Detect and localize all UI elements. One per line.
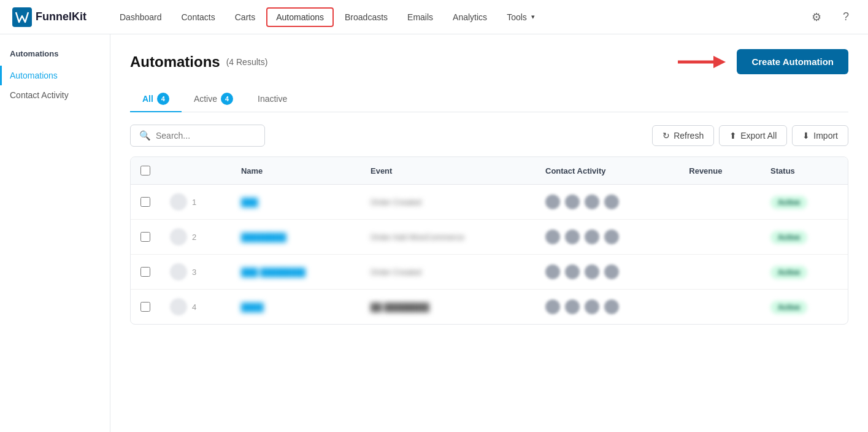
row-status: Active (761, 255, 848, 290)
activity-dot-3 (585, 195, 599, 209)
table-row: 4 ████ ██ ████████ Active (131, 290, 848, 325)
activity-icons (545, 230, 669, 244)
row-checkbox[interactable] (140, 302, 150, 312)
activity-dot-1 (545, 299, 560, 314)
row-status: Active (761, 290, 848, 325)
refresh-icon: ↻ (663, 131, 670, 141)
nav-dashboard[interactable]: Dashboard (111, 9, 171, 26)
sidebar: Automations Automations Contact Activity (0, 34, 110, 432)
nav-carts[interactable]: Carts (226, 9, 264, 26)
activity-dot-4 (604, 230, 619, 244)
row-event: Order Created (361, 185, 536, 220)
page-title-group: Automations (4 Results) (130, 53, 267, 71)
row-status: Active (761, 185, 848, 220)
row-number-cell: 4 (160, 290, 231, 325)
nav-tools[interactable]: Tools ▾ (498, 9, 543, 26)
row-name[interactable]: ████████ (231, 220, 361, 255)
row-name[interactable]: ███ (231, 185, 361, 220)
tab-inactive[interactable]: Inactive (245, 88, 299, 111)
activity-dot-4 (604, 299, 619, 314)
activity-dot-3 (585, 230, 599, 244)
row-number-cell: 1 (160, 185, 231, 220)
activity-dot-1 (545, 230, 560, 244)
row-number-cell: 2 (160, 220, 231, 255)
activity-dot-4 (604, 195, 619, 209)
refresh-button[interactable]: ↻ Refresh (652, 125, 714, 146)
row-avatar (170, 263, 187, 280)
col-checkbox (131, 157, 160, 185)
export-all-button[interactable]: ⬆ Export All (719, 125, 787, 146)
row-checkbox[interactable] (140, 197, 150, 207)
row-name[interactable]: ████ (231, 290, 361, 325)
col-contact-activity: Contact Activity (536, 157, 679, 185)
row-avatar (170, 228, 187, 245)
row-revenue (679, 220, 761, 255)
row-status: Active (761, 220, 848, 255)
activity-dot-2 (565, 230, 580, 244)
row-name[interactable]: ███ ████████ (231, 255, 361, 290)
sidebar-item-contact-activity[interactable]: Contact Activity (0, 85, 110, 105)
automations-table: Name Event Contact Activity Revenue Stat… (130, 156, 848, 325)
activity-icons (545, 195, 669, 209)
row-event: ██ ████████ (361, 290, 536, 325)
nav-automations[interactable]: Automations (266, 7, 334, 27)
row-avatar (170, 298, 187, 315)
row-checkbox-cell (131, 290, 160, 325)
row-checkbox-cell (131, 255, 160, 290)
row-checkbox-cell (131, 185, 160, 220)
tab-active[interactable]: Active 4 (182, 87, 245, 112)
sidebar-item-automations[interactable]: Automations (0, 66, 110, 85)
sidebar-section-title: Automations (0, 49, 110, 66)
toolbar-actions: ↻ Refresh ⬆ Export All ⬇ Import (652, 125, 848, 146)
settings-button[interactable]: ⚙ (807, 7, 826, 27)
row-contact-activity (536, 290, 679, 325)
tab-active-badge: 4 (221, 93, 233, 105)
activity-icons (545, 299, 669, 314)
status-badge: Active (770, 231, 807, 244)
help-button[interactable]: ? (836, 7, 856, 27)
row-num: 2 (192, 233, 196, 242)
row-revenue (679, 255, 761, 290)
row-event: Order Created (361, 255, 536, 290)
col-revenue: Revenue (679, 157, 761, 185)
status-badge: Active (770, 196, 807, 209)
chevron-down-icon: ▾ (531, 13, 535, 21)
tabs-bar: All 4 Active 4 Inactive (130, 87, 848, 112)
search-box[interactable]: 🔍 (130, 125, 265, 147)
activity-dot-1 (545, 195, 560, 209)
col-status: Status (761, 157, 848, 185)
status-badge: Active (770, 266, 807, 279)
nav-analytics[interactable]: Analytics (444, 9, 496, 26)
toolbar: 🔍 ↻ Refresh ⬆ Export All ⬇ Import (130, 125, 848, 147)
row-contact-activity (536, 185, 679, 220)
page-header: Automations (4 Results) Create Automatio… (130, 49, 848, 74)
logo[interactable]: FunnelKit (12, 7, 86, 27)
row-checkbox[interactable] (140, 232, 150, 242)
row-revenue (679, 290, 761, 325)
search-input[interactable] (156, 131, 256, 141)
main-content: Automations (4 Results) Create Automatio… (110, 34, 868, 432)
table-row: 3 ███ ████████ Order Created Active (131, 255, 848, 290)
nav-broadcasts[interactable]: Broadcasts (336, 9, 396, 26)
row-checkbox[interactable] (140, 267, 150, 277)
import-button[interactable]: ⬇ Import (792, 125, 848, 146)
col-event: Event (361, 157, 536, 185)
row-event: Order Add WooCommerce (361, 220, 536, 255)
logo-text: FunnelKit (36, 10, 86, 23)
nav-links: Dashboard Contacts Carts Automations Bro… (111, 7, 807, 27)
row-num: 4 (192, 303, 196, 312)
activity-dot-2 (565, 264, 580, 279)
nav-contacts[interactable]: Contacts (173, 9, 224, 26)
col-number (160, 157, 231, 185)
tab-all[interactable]: All 4 (130, 87, 182, 112)
search-icon: 🔍 (139, 130, 151, 141)
col-name: Name (231, 157, 361, 185)
activity-dot-2 (565, 195, 580, 209)
nav-emails[interactable]: Emails (399, 9, 442, 26)
create-automation-button[interactable]: Create Automation (737, 49, 848, 74)
logo-icon (12, 7, 32, 27)
results-count: (4 Results) (226, 57, 268, 67)
select-all-checkbox[interactable] (140, 166, 150, 176)
activity-dot-1 (545, 264, 560, 279)
row-avatar (170, 193, 187, 210)
